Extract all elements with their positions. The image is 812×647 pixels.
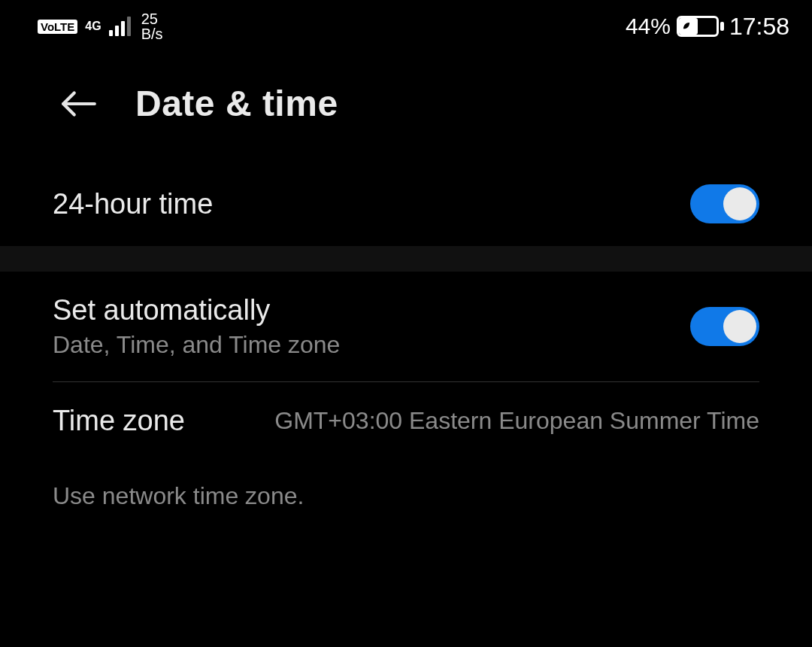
toggle-knob xyxy=(723,310,756,343)
leaf-icon xyxy=(681,20,692,33)
speed-value: 25 xyxy=(141,11,158,26)
status-clock: 17:58 xyxy=(729,13,789,41)
row-label: Time zone xyxy=(53,405,185,437)
network-gen: 4G xyxy=(85,20,101,33)
battery-icon xyxy=(677,16,719,37)
volte-badge: VoLTE xyxy=(38,20,77,34)
footer-note: Use network time zone. xyxy=(0,460,812,510)
row-value: GMT+03:00 Eastern European Summer Time xyxy=(208,407,759,435)
toggle-set-automatically[interactable] xyxy=(690,307,759,346)
row-sublabel: Date, Time, and Time zone xyxy=(53,331,340,359)
row-time-zone[interactable]: Time zone GMT+03:00 Eastern European Sum… xyxy=(53,382,759,460)
row-label: Set automatically xyxy=(53,294,340,327)
page-title: Date & time xyxy=(135,83,338,124)
speed-unit: B/s xyxy=(141,26,163,41)
signal-strength-icon xyxy=(109,17,131,36)
status-bar: VoLTE 4G 25 B/s 44% 17:58 xyxy=(0,0,812,53)
status-left: VoLTE 4G 25 B/s xyxy=(38,11,163,41)
row-set-automatically[interactable]: Set automatically Date, Time, and Time z… xyxy=(53,272,759,381)
battery-percent: 44% xyxy=(626,14,671,39)
network-speed: 25 B/s xyxy=(141,11,163,41)
toggle-24-hour-time[interactable] xyxy=(690,184,759,223)
row-24-hour-time[interactable]: 24-hour time xyxy=(53,162,759,246)
row-label: 24-hour time xyxy=(53,188,213,220)
back-arrow-icon[interactable] xyxy=(60,85,98,123)
network-indicator: 4G xyxy=(85,20,101,33)
page-header: Date & time xyxy=(0,53,812,162)
toggle-knob xyxy=(723,187,756,220)
status-right: 44% 17:58 xyxy=(626,13,789,41)
section-divider xyxy=(0,246,812,272)
